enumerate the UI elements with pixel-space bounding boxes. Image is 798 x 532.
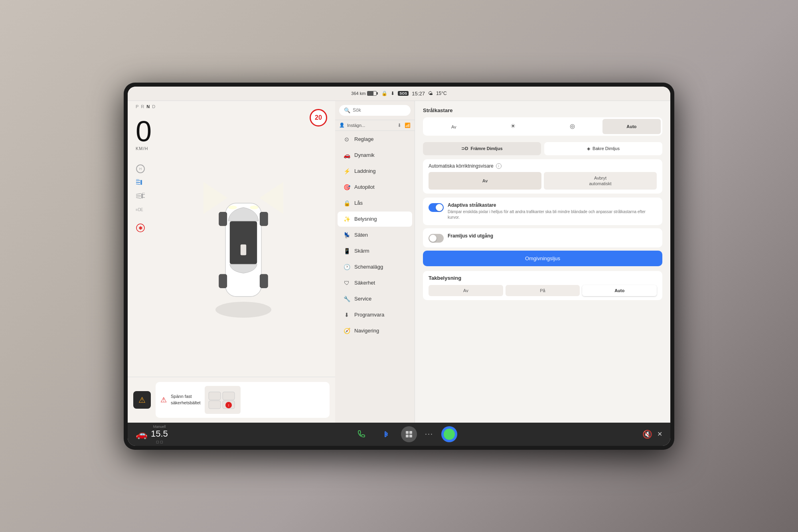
menu-item-service[interactable]: 🔧 Service xyxy=(338,291,412,307)
prnd-p: P xyxy=(136,104,138,109)
svg-rect-32 xyxy=(406,431,409,434)
svg-rect-22 xyxy=(260,274,268,288)
ts-btn-avbryt[interactable]: Avbryt automatiskt xyxy=(544,172,657,190)
svg-line-2 xyxy=(136,184,140,184)
taskbar-car-icon: 🚗 xyxy=(136,429,148,440)
status-bar-center: 364 km 🔒 ⬇ SOS 15:27 🌤 15°C xyxy=(351,91,446,97)
menu-item-reglage[interactable]: ⊙ Reglage xyxy=(338,132,412,147)
screen-bezel: 364 km 🔒 ⬇ SOS 15:27 🌤 15°C xyxy=(124,83,674,450)
speed-limit: 20 xyxy=(310,109,327,127)
ts-btn-av[interactable]: Av xyxy=(429,172,541,190)
svg-rect-33 xyxy=(409,431,412,434)
range-text: 364 km xyxy=(351,91,365,96)
taskbar-dots-button[interactable]: ··· xyxy=(425,430,433,438)
programvara-icon: ⬇ xyxy=(343,312,350,318)
taskbar-x-button[interactable]: ✕ xyxy=(657,430,662,438)
search-input[interactable] xyxy=(353,107,406,113)
menu-item-autopilot[interactable]: 🎯 Autopilot xyxy=(338,180,412,195)
turn-signal-info-icon[interactable]: i xyxy=(496,163,502,169)
fog-back-icon: ◈ xyxy=(587,146,590,151)
hl-btn-av[interactable]: Av xyxy=(425,119,483,134)
hl-btn-position[interactable]: ◎ xyxy=(543,119,602,134)
profile-label: Instägn... xyxy=(347,123,365,128)
ambient-button[interactable]: Omgivningsljus xyxy=(423,251,662,266)
menu-item-belysning[interactable]: ✨ Belysning xyxy=(338,212,412,227)
taskbar-grid-button[interactable] xyxy=(401,426,417,442)
icon-low-beam xyxy=(135,178,146,186)
roof-btn-av[interactable]: Av xyxy=(429,285,503,296)
download-icon: ⬇ xyxy=(391,91,395,96)
framljus-toggle[interactable] xyxy=(429,234,444,243)
svg-rect-20 xyxy=(260,212,268,225)
taskbar-temp-label: Manuell xyxy=(153,425,166,429)
roof-buttons: Av På Auto xyxy=(429,285,657,296)
roof-btn-pa[interactable]: På xyxy=(506,285,580,296)
prnd-r: R xyxy=(141,104,144,109)
schemalagning-icon: 🕐 xyxy=(343,264,350,270)
menu-item-programvara[interactable]: ⬇ Programvara xyxy=(338,307,412,322)
fog-btn-front[interactable]: ⊃D Främre Dimljus xyxy=(423,142,541,155)
svg-rect-34 xyxy=(406,435,409,437)
svg-rect-27 xyxy=(209,401,221,409)
svg-line-3 xyxy=(136,179,139,180)
taskbar-phone-button[interactable] xyxy=(353,426,369,442)
menu-item-skarm[interactable]: 📱 Skärm xyxy=(338,243,412,259)
adaptive-toggle-row: Adaptiva strålkastare Dämpar enskilda pi… xyxy=(423,198,662,225)
las-icon: 🔒 xyxy=(343,200,350,206)
search-bar: 🔍 xyxy=(335,101,415,120)
svg-line-10 xyxy=(142,194,145,195)
settings-panel: Strålkastare Av ☀ ◎ Auto xyxy=(415,101,670,423)
status-icons: 🔒 ⬇ SOS 15:27 🌤 15°C xyxy=(381,91,446,97)
taskbar-bluetooth-button[interactable] xyxy=(377,426,393,442)
warning-triangle-icon: ⚠ xyxy=(138,395,146,405)
menu-item-schemalagning[interactable]: 🕐 Schemalägg xyxy=(338,259,412,275)
warning-label: Spänn fast säkerhetsbältet xyxy=(171,394,201,406)
hl-position-icon: ◎ xyxy=(545,123,600,130)
lock-icon: 🔒 xyxy=(381,91,387,96)
headlight-buttons: Av ☀ ◎ Auto xyxy=(423,117,662,136)
skarm-icon: 📱 xyxy=(343,248,350,254)
profile-download-icon: ⬇ xyxy=(397,123,401,128)
menu-panel: 🔍 👤 Instägn... ⬇ 📶 ⊙ xyxy=(335,101,415,423)
seatbelt-warning: ⚠ Spänn fast säkerhetsbältet xyxy=(156,382,330,418)
taskbar-circle-button[interactable] xyxy=(441,426,457,442)
svg-rect-8 xyxy=(141,194,143,198)
svg-text:✱: ✱ xyxy=(138,225,143,231)
fog-front-label: Främre Dimljus xyxy=(470,146,502,151)
prnd-bar: P R N D xyxy=(136,104,155,109)
profile-signal-icon: 📶 xyxy=(405,123,411,128)
battery-info: 364 km xyxy=(351,91,377,96)
bottom-warning: ⚠ ⚠ Spänn fast säkerhetsbältet xyxy=(128,377,335,423)
menu-item-las[interactable]: 🔒 Lås xyxy=(338,196,412,211)
autopilot-icon: 🎯 xyxy=(343,184,350,190)
roof-btn-auto[interactable]: Auto xyxy=(582,285,657,296)
menu-item-saten[interactable]: 💺 Säten xyxy=(338,227,412,243)
svg-rect-28 xyxy=(223,392,235,400)
speed-display: 0 KM/H xyxy=(136,117,152,151)
menu-item-dynamik[interactable]: 🚗 Dynamik xyxy=(338,148,412,163)
profile-info: 👤 Instägn... xyxy=(339,123,365,128)
svg-text:E: E xyxy=(140,208,143,212)
svg-rect-19 xyxy=(219,212,227,225)
dynamik-icon: 🚗 xyxy=(343,152,350,158)
svg-line-1 xyxy=(136,180,140,181)
hl-btn-auto[interactable]: Auto xyxy=(602,119,661,134)
adaptive-desc: Dämpar enskilda pixlar i helljus för att… xyxy=(448,209,657,220)
menu-item-laddning[interactable]: ⚡ Laddning xyxy=(338,164,412,179)
icon-high-beam xyxy=(135,192,146,200)
dynamik-label: Dynamik xyxy=(354,152,375,158)
hl-btn-dagtid[interactable]: ☀ xyxy=(484,119,543,134)
svg-text:!: ! xyxy=(228,403,229,407)
adaptive-title: Adaptiva strålkastare xyxy=(448,202,657,208)
turn-signal-section: Automatiska körriktningsvisare i Av Avbr… xyxy=(423,159,662,194)
adaptive-toggle[interactable] xyxy=(429,203,444,212)
fog-btn-back[interactable]: ◈ Bakre Dimljus xyxy=(544,142,662,155)
search-input-wrapper[interactable]: 🔍 xyxy=(339,105,411,116)
seatbelt-red-icon: ⚠ xyxy=(160,396,167,404)
taskbar-left: 🚗 Manuell 15.5 ◻ ◻ xyxy=(136,425,168,444)
mute-icon[interactable]: 🔇 xyxy=(642,429,652,439)
sakerhet-icon: 🛡 xyxy=(343,280,350,286)
menu-item-sakerhet[interactable]: 🛡 Säkerhet xyxy=(338,275,412,291)
menu-item-navigering[interactable]: 🧭 Navigering xyxy=(338,323,412,338)
adaptive-toggle-text: Adaptiva strålkastare Dämpar enskilda pi… xyxy=(448,202,657,220)
